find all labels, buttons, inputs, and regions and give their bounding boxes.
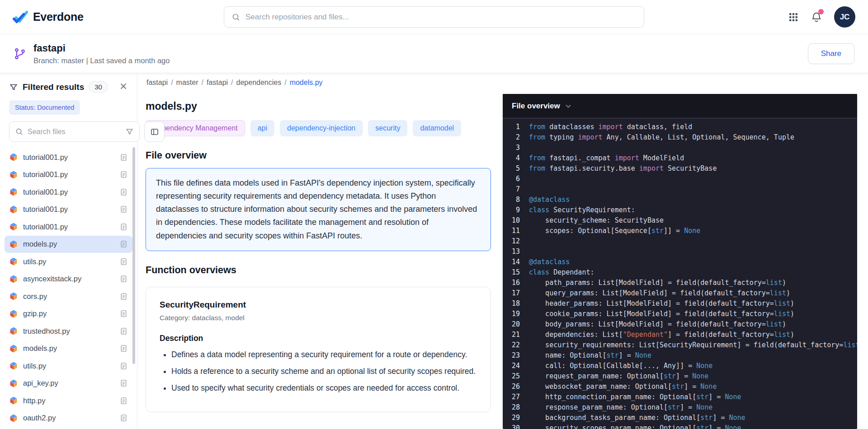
close-sidebar-button[interactable] bbox=[119, 82, 128, 92]
document-icon[interactable] bbox=[119, 188, 128, 196]
line-number: 9 bbox=[503, 205, 529, 215]
package-icon bbox=[9, 361, 18, 370]
tag-chip[interactable]: dependency-injection bbox=[280, 120, 363, 136]
file-row[interactable]: models.py bbox=[5, 236, 132, 253]
file-row[interactable]: tutorial001.py bbox=[5, 201, 132, 219]
breadcrumb-separator: / bbox=[231, 79, 233, 86]
line-number: 6 bbox=[503, 174, 529, 184]
apps-grid-button[interactable] bbox=[788, 12, 799, 23]
tag-chip[interactable]: api bbox=[250, 120, 274, 136]
description-bullet: Holds a reference to a security scheme a… bbox=[171, 365, 477, 377]
avatar[interactable]: JC bbox=[834, 6, 855, 28]
git-branch-icon bbox=[14, 47, 26, 61]
package-icon bbox=[9, 379, 18, 388]
line-number: 17 bbox=[503, 288, 529, 298]
file-row[interactable]: cors.py bbox=[5, 288, 132, 305]
file-name: cors.py bbox=[23, 292, 114, 301]
breadcrumb-item[interactable]: master bbox=[176, 79, 198, 86]
file-row[interactable]: asyncexitstack.py bbox=[5, 270, 132, 288]
line-number: 13 bbox=[503, 247, 529, 257]
code-line: 19 cookie_params: List[ModelField] = fie… bbox=[503, 309, 857, 319]
document-icon[interactable] bbox=[119, 170, 128, 179]
line-number: 29 bbox=[503, 413, 529, 423]
filtered-results-title: Filtered results bbox=[23, 82, 84, 92]
file-name: gzip.py bbox=[23, 309, 114, 318]
share-button[interactable]: Share bbox=[808, 43, 854, 64]
line-number: 26 bbox=[503, 382, 529, 392]
brand[interactable]: Everdone bbox=[13, 9, 84, 25]
line-number: 8 bbox=[503, 195, 529, 205]
file-name: http.py bbox=[23, 396, 114, 405]
document-icon[interactable] bbox=[119, 379, 128, 387]
line-number: 19 bbox=[503, 309, 529, 319]
document-icon[interactable] bbox=[119, 223, 128, 231]
file-list: tutorial001.pytutorial001.pytutorial001.… bbox=[0, 148, 137, 427]
document-icon[interactable] bbox=[119, 309, 128, 318]
file-row[interactable]: utils.py bbox=[5, 357, 132, 375]
file-row[interactable]: gzip.py bbox=[5, 305, 132, 323]
top-navbar: Everdone JC bbox=[0, 0, 868, 34]
tag-chip[interactable]: datamodel bbox=[413, 120, 461, 136]
file-row[interactable]: models.py bbox=[5, 340, 132, 358]
breadcrumb-item[interactable]: models.py bbox=[290, 79, 323, 86]
doc-column: models.py Dependency Managementapidepend… bbox=[146, 94, 503, 429]
file-row[interactable]: oauth2.py bbox=[5, 410, 132, 427]
breadcrumb-item[interactable]: fastapi bbox=[207, 79, 228, 86]
sidebar-scrollbar[interactable] bbox=[132, 147, 135, 364]
package-icon bbox=[9, 205, 18, 214]
file-row[interactable]: tutorial001.py bbox=[5, 183, 132, 201]
document-icon[interactable] bbox=[119, 292, 128, 301]
breadcrumb-item[interactable]: dependencies bbox=[236, 79, 282, 86]
code-line: 30 security_scopes_param_name: Optional[… bbox=[503, 423, 857, 429]
document-icon[interactable] bbox=[119, 362, 128, 370]
document-icon[interactable] bbox=[119, 205, 128, 214]
file-row[interactable]: tutorial001.py bbox=[5, 218, 132, 236]
global-search[interactable] bbox=[224, 6, 644, 28]
file-name: asyncexitstack.py bbox=[23, 275, 114, 283]
file-row[interactable]: tutorial001.py bbox=[5, 166, 132, 184]
code-line: 16 path_params: List[ModelField] = field… bbox=[503, 278, 857, 288]
breadcrumb-item[interactable]: fastapi bbox=[146, 79, 168, 86]
main-area: fastapi/master/fastapi/dependencies/mode… bbox=[137, 73, 868, 429]
file-row[interactable]: api_key.py bbox=[5, 375, 132, 392]
document-icon[interactable] bbox=[119, 396, 128, 405]
code-line: 22 security_requirements: List[SecurityR… bbox=[503, 340, 857, 350]
file-name: tutorial001.py bbox=[23, 170, 114, 179]
file-search[interactable] bbox=[9, 121, 140, 142]
line-number: 28 bbox=[503, 402, 529, 413]
document-icon[interactable] bbox=[119, 153, 128, 162]
collapse-panel-button[interactable] bbox=[144, 121, 165, 142]
document-icon[interactable] bbox=[119, 257, 128, 266]
code-line: 23 name: Optional[str] = None bbox=[503, 350, 857, 361]
filter-icon[interactable] bbox=[125, 127, 134, 136]
code-line: 2from typing import Any, Callable, List,… bbox=[503, 132, 857, 143]
tag-chip[interactable]: security bbox=[368, 120, 407, 136]
document-icon[interactable] bbox=[119, 344, 128, 353]
file-row[interactable]: trustedhost.py bbox=[5, 322, 132, 340]
file-name: trustedhost.py bbox=[23, 327, 114, 336]
file-name: tutorial001.py bbox=[23, 153, 114, 162]
package-icon bbox=[9, 292, 18, 301]
document-icon[interactable] bbox=[119, 414, 128, 422]
tag-list: Dependency Managementapidependency-injec… bbox=[146, 120, 491, 136]
file-overview-heading: File overview bbox=[146, 150, 491, 161]
document-icon[interactable] bbox=[119, 240, 128, 248]
status-filter-chip[interactable]: Status: Documented bbox=[9, 100, 80, 115]
line-number: 20 bbox=[503, 319, 529, 330]
code-view-label: File overview bbox=[512, 102, 560, 111]
file-row[interactable]: utils.py bbox=[5, 253, 132, 270]
file-search-input[interactable] bbox=[28, 128, 121, 136]
notifications-button[interactable] bbox=[811, 11, 822, 23]
document-icon[interactable] bbox=[119, 275, 128, 283]
file-row[interactable]: http.py bbox=[5, 392, 132, 410]
file-name: utils.py bbox=[23, 362, 114, 370]
file-name: tutorial001.py bbox=[23, 205, 114, 214]
breadcrumb-separator: / bbox=[171, 79, 173, 86]
file-row[interactable]: tutorial001.py bbox=[5, 149, 132, 166]
line-number: 10 bbox=[503, 215, 529, 226]
code-line: 29 background_tasks_param_name: Optional… bbox=[503, 413, 857, 423]
code-view-dropdown[interactable]: File overview bbox=[503, 94, 857, 118]
document-icon[interactable] bbox=[119, 327, 128, 336]
global-search-input[interactable] bbox=[245, 13, 637, 22]
code-line: 20 body_params: List[ModelField] = field… bbox=[503, 319, 857, 330]
